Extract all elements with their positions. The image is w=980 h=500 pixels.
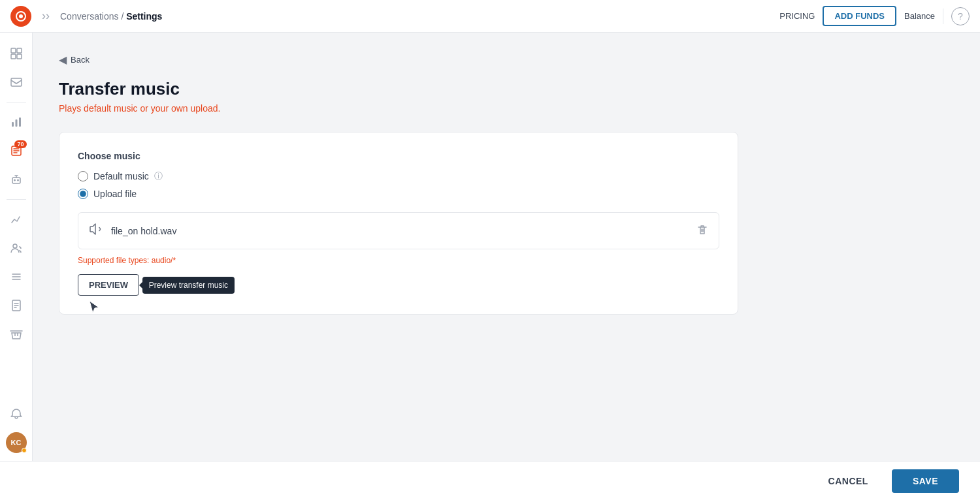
radio-item-default-music[interactable]: Default music ⓘ bbox=[78, 170, 719, 182]
file-name: file_on hold.wav bbox=[111, 226, 689, 236]
sidebar-icon-team[interactable] bbox=[3, 235, 29, 261]
sidebar-icon-reports[interactable] bbox=[3, 109, 29, 135]
nav-expand-icon[interactable]: ›› bbox=[37, 7, 55, 25]
cancel-button[interactable]: CANCEL bbox=[815, 469, 881, 493]
file-upload-box: file_on hold.wav bbox=[78, 212, 719, 249]
sidebar-bottom: KC bbox=[3, 401, 29, 453]
add-funds-button[interactable]: ADD FUNDS bbox=[823, 6, 896, 26]
breadcrumb: Conversations / Settings bbox=[60, 11, 162, 22]
notification-icon[interactable] bbox=[3, 401, 29, 427]
svg-rect-11 bbox=[12, 178, 20, 183]
svg-rect-4 bbox=[11, 54, 16, 59]
sidebar-divider-2 bbox=[7, 199, 26, 200]
svg-rect-2 bbox=[11, 48, 16, 53]
sidebar-divider-1 bbox=[7, 102, 26, 102]
svg-rect-9 bbox=[19, 117, 21, 127]
sidebar-icon-list[interactable] bbox=[3, 264, 29, 290]
delete-file-icon[interactable] bbox=[696, 224, 708, 238]
sidebar: 70 bbox=[0, 33, 33, 461]
upload-file-radio[interactable] bbox=[78, 189, 88, 199]
sidebar-icon-dashboard[interactable] bbox=[3, 40, 29, 67]
audio-play-icon bbox=[89, 222, 103, 240]
sidebar-icon-tickets[interactable]: 70 bbox=[3, 138, 29, 164]
svg-point-13 bbox=[17, 180, 19, 181]
help-icon[interactable]: ? bbox=[951, 7, 970, 25]
page-subtitle: Plays default music or your own upload. bbox=[59, 103, 954, 114]
sidebar-icon-analytics[interactable] bbox=[3, 206, 29, 232]
default-music-radio[interactable] bbox=[78, 171, 88, 181]
svg-point-1 bbox=[19, 14, 23, 18]
save-button[interactable]: SAVE bbox=[892, 469, 959, 493]
back-arrow-icon: ◀ bbox=[59, 54, 67, 66]
tickets-badge: 70 bbox=[14, 140, 26, 148]
svg-rect-5 bbox=[17, 54, 22, 59]
settings-card: Choose music Default music ⓘ Upload file bbox=[59, 132, 738, 315]
svg-point-12 bbox=[14, 180, 16, 181]
top-nav-right: PRICING ADD FUNDS Balance ? bbox=[779, 6, 970, 26]
nav-divider bbox=[943, 8, 943, 24]
svg-rect-6 bbox=[11, 78, 22, 86]
sidebar-icon-audit[interactable] bbox=[3, 292, 29, 319]
supported-types-text: Supported file types: audio/* bbox=[78, 256, 719, 265]
page-title: Transfer music bbox=[59, 79, 954, 99]
radio-item-upload-file[interactable]: Upload file bbox=[78, 189, 719, 199]
top-nav: ›› Conversations / Settings PRICING ADD … bbox=[0, 0, 980, 33]
svg-rect-7 bbox=[12, 122, 14, 127]
svg-rect-8 bbox=[15, 119, 17, 127]
pricing-link[interactable]: PRICING bbox=[779, 11, 815, 21]
upload-file-label: Upload file bbox=[93, 189, 137, 199]
sidebar-icon-store[interactable] bbox=[3, 321, 29, 347]
default-music-label: Default music bbox=[93, 171, 149, 181]
footer-bar: CANCEL SAVE bbox=[0, 461, 980, 500]
avatar-status-dot bbox=[22, 448, 27, 453]
choose-music-label: Choose music bbox=[78, 151, 719, 161]
app-logo[interactable] bbox=[10, 6, 31, 27]
svg-point-14 bbox=[13, 244, 17, 248]
default-music-info-icon[interactable]: ⓘ bbox=[154, 170, 163, 182]
balance-label: Balance bbox=[904, 11, 935, 21]
svg-rect-3 bbox=[17, 48, 22, 53]
preview-tooltip: Preview transfer music bbox=[142, 277, 235, 294]
sidebar-icon-bots[interactable] bbox=[3, 166, 29, 193]
preview-button[interactable]: PREVIEW bbox=[78, 274, 139, 296]
back-link[interactable]: ◀ Back bbox=[59, 54, 954, 66]
radio-group: Default music ⓘ Upload file bbox=[78, 170, 719, 199]
content-area: ◀ Back Transfer music Plays default musi… bbox=[33, 33, 980, 461]
sidebar-icon-inbox[interactable] bbox=[3, 69, 29, 95]
main-layout: 70 bbox=[0, 33, 980, 461]
user-avatar[interactable]: KC bbox=[6, 432, 27, 453]
